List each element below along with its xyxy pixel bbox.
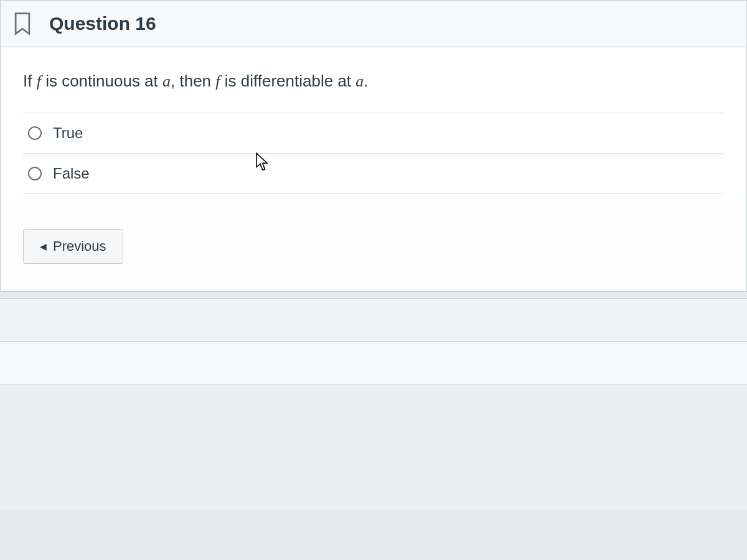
prompt-text: , then: [171, 72, 215, 90]
footer-bar: [0, 298, 747, 342]
triangle-left-icon: ◀: [40, 241, 47, 251]
question-card: Question 16 If f is continuous at a, the…: [0, 0, 747, 292]
previous-button-label: Previous: [53, 238, 106, 254]
previous-button[interactable]: ◀ Previous: [23, 229, 123, 264]
answers-list: True False: [23, 113, 724, 194]
page-background: [0, 385, 747, 510]
answer-option-false[interactable]: False: [23, 154, 724, 194]
answer-label: False: [53, 165, 90, 182]
prompt-text: .: [364, 72, 368, 90]
question-title: Question 16: [49, 13, 156, 34]
bookmark-icon[interactable]: [12, 12, 33, 35]
math-a: a: [162, 72, 171, 90]
radio-icon[interactable]: [28, 167, 42, 180]
prompt-text: If: [23, 72, 37, 90]
answer-label: True: [53, 124, 83, 142]
question-header: Question 16: [1, 1, 746, 47]
prompt-text: is differentiable at: [220, 72, 356, 90]
question-body: If f is continuous at a, then f is diffe…: [1, 47, 746, 202]
radio-icon[interactable]: [28, 126, 42, 140]
math-f: f: [215, 72, 220, 90]
quiz-page: Question 16 If f is continuous at a, the…: [0, 0, 747, 510]
question-footer: ◀ Previous: [1, 202, 746, 291]
math-a: a: [355, 72, 364, 90]
prompt-text: is continuous at: [41, 72, 162, 90]
question-prompt: If f is continuous at a, then f is diffe…: [23, 70, 724, 93]
footer-bar-2: [0, 342, 747, 385]
math-f: f: [37, 72, 41, 90]
answer-option-true[interactable]: True: [23, 113, 724, 154]
